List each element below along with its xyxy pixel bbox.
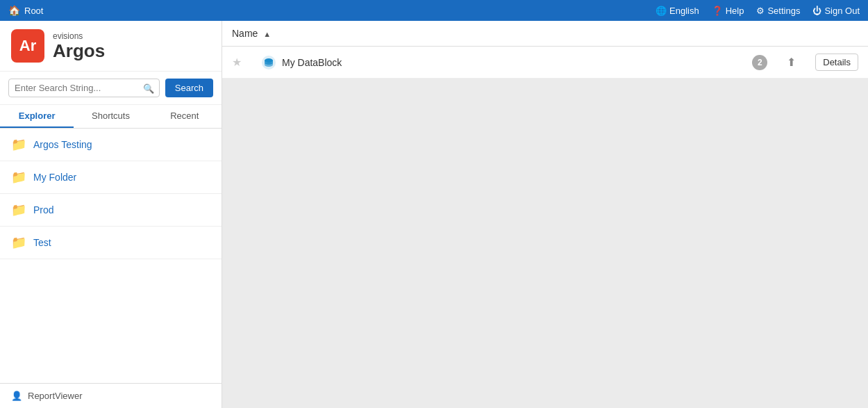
item-badge: 2 [752, 55, 767, 70]
share-icon[interactable]: ⬆ [787, 56, 796, 68]
settings-label: Settings [767, 6, 800, 16]
root-label[interactable]: Root [24, 6, 43, 16]
app-name: Argos [53, 41, 105, 61]
help-icon: ❓ [712, 6, 723, 16]
help-nav-item[interactable]: ❓ Help [712, 6, 744, 16]
tab-recent[interactable]: Recent [148, 105, 222, 128]
content-area: Name ▲ ★ [222, 21, 868, 408]
signout-icon: ⏻ [812, 6, 821, 16]
user-name: ReportViewer [28, 391, 83, 401]
content-table: Name ▲ ★ [222, 21, 868, 79]
badge-cell: 2 [742, 47, 777, 79]
search-area: 🔍 Search [0, 72, 222, 105]
english-label: English [669, 6, 699, 16]
brand-name: evisions [53, 31, 105, 41]
details-cell: Details [806, 47, 868, 79]
sidebar: Ar evisions Argos 🔍 Search Explorer Shor… [0, 21, 222, 408]
main-layout: Ar evisions Argos 🔍 Search Explorer Shor… [0, 21, 868, 408]
favorite-star-icon[interactable]: ★ [232, 56, 242, 68]
folder-icon: 📁 [11, 202, 26, 218]
signout-label: Sign Out [824, 6, 860, 16]
user-icon: 👤 [11, 391, 22, 401]
search-input-wrapper: 🔍 [8, 79, 160, 97]
globe-icon: 🌐 [656, 6, 667, 16]
search-input[interactable] [8, 79, 160, 97]
datablock-icon [261, 55, 276, 70]
gear-icon: ⚙ [756, 6, 765, 16]
item-name-cell: My DataBlock [251, 47, 742, 79]
folder-list: 📁 Argos Testing 📁 My Folder 📁 Prod 📁 Tes… [0, 129, 222, 383]
share-cell: ⬆ [777, 47, 806, 79]
app-logo-icon: Ar [11, 29, 44, 63]
folder-icon: 📁 [11, 137, 26, 152]
top-bar-right: 🌐 English ❓ Help ⚙ Settings ⏻ Sign Out [656, 6, 860, 16]
search-icon: 🔍 [143, 83, 154, 93]
search-button[interactable]: Search [165, 79, 213, 97]
settings-nav-item[interactable]: ⚙ Settings [756, 6, 800, 16]
folder-icon: 📁 [11, 235, 26, 250]
english-nav-item[interactable]: 🌐 English [656, 6, 699, 16]
sidebar-tabs: Explorer Shortcuts Recent [0, 105, 222, 129]
table-row: ★ My DataBl [222, 47, 868, 79]
signout-nav-item[interactable]: ⏻ Sign Out [812, 6, 860, 16]
list-item[interactable]: 📁 Test [0, 227, 222, 259]
top-bar-left: 🏠 Root [8, 5, 43, 16]
star-cell: ★ [222, 47, 251, 79]
list-item[interactable]: 📁 Prod [0, 194, 222, 227]
folder-label: My Folder [33, 172, 76, 183]
tab-explorer[interactable]: Explorer [0, 105, 74, 128]
top-nav-bar: 🏠 Root 🌐 English ❓ Help ⚙ Settings ⏻ Sig… [0, 0, 868, 21]
name-column-header[interactable]: Name ▲ [222, 21, 868, 47]
folder-label: Test [33, 237, 51, 248]
folder-label: Argos Testing [33, 139, 92, 150]
logo-text: evisions Argos [53, 31, 105, 61]
sort-asc-icon: ▲ [263, 30, 271, 38]
logo-area: Ar evisions Argos [0, 21, 222, 72]
folder-label: Prod [33, 204, 54, 215]
help-label: Help [726, 6, 744, 16]
item-name[interactable]: My DataBlock [282, 57, 342, 68]
table-body: ★ My DataBl [222, 47, 868, 79]
list-item[interactable]: 📁 My Folder [0, 161, 222, 194]
tab-shortcuts[interactable]: Shortcuts [74, 105, 147, 128]
list-item[interactable]: 📁 Argos Testing [0, 129, 222, 161]
table-header: Name ▲ [222, 21, 868, 47]
home-icon: 🏠 [8, 5, 20, 16]
folder-icon: 📁 [11, 170, 26, 185]
bottom-user-bar: 👤 ReportViewer [0, 383, 222, 408]
details-button[interactable]: Details [815, 54, 858, 71]
